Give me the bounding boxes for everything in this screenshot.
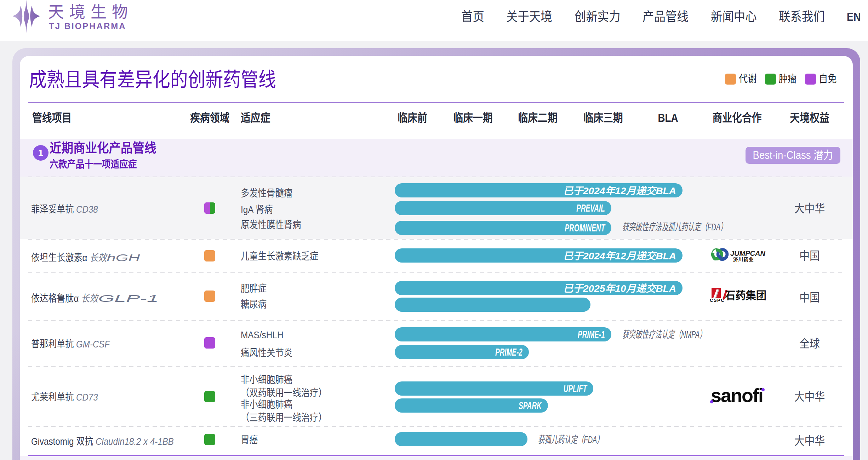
svg-text:CSPC: CSPC [710, 298, 725, 303]
svg-text:济川药业: 济川药业 [733, 257, 754, 262]
svg-text:石药集团: 石药集团 [725, 289, 766, 301]
svg-text:JUMPCAN: JUMPCAN [730, 249, 765, 257]
